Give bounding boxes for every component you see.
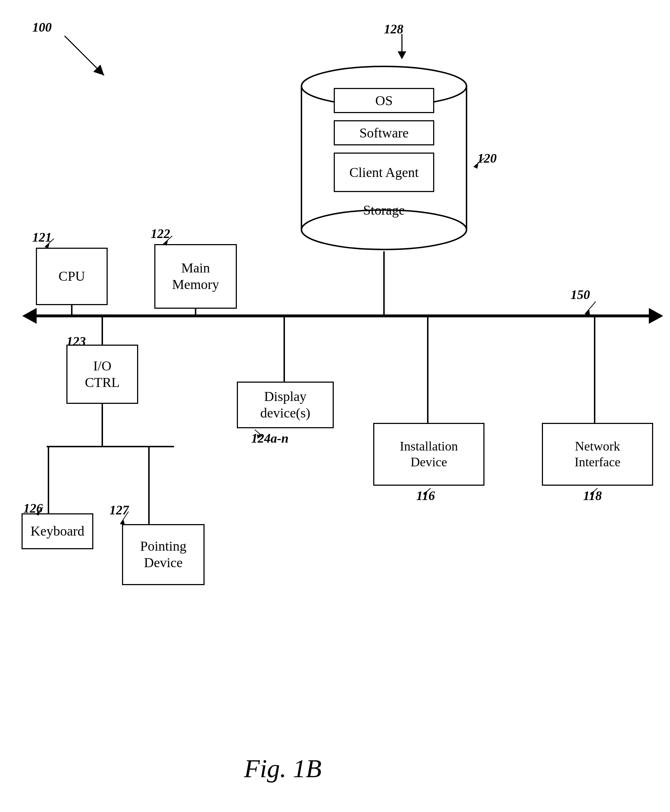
cpu-box: CPU bbox=[36, 247, 108, 305]
arrow-150 bbox=[581, 300, 603, 318]
arrow-118 bbox=[589, 487, 601, 497]
arrow-121 bbox=[43, 237, 58, 249]
svg-line-14 bbox=[163, 236, 172, 244]
svg-marker-23 bbox=[423, 491, 427, 495]
software-box: Software bbox=[334, 120, 434, 146]
bus-arrow-left bbox=[22, 308, 37, 324]
svg-line-24 bbox=[590, 488, 597, 494]
svg-line-16 bbox=[36, 507, 43, 514]
svg-line-12 bbox=[45, 239, 54, 247]
svg-line-8 bbox=[474, 158, 484, 167]
arrow-122 bbox=[161, 234, 176, 247]
os-box: OS bbox=[334, 88, 434, 113]
arrow-100-svg bbox=[58, 29, 115, 86]
arrow-120 bbox=[472, 156, 486, 171]
arrow-126 bbox=[34, 505, 47, 516]
bus-line bbox=[36, 314, 650, 317]
cpu-vline bbox=[71, 305, 73, 316]
pointing-device-box: Pointing Device bbox=[122, 524, 205, 585]
main-memory-vline bbox=[195, 309, 196, 317]
storage-cylinder: OS Software Client Agent Storage bbox=[298, 50, 470, 251]
io-ctrl-vline-down bbox=[102, 404, 103, 447]
main-memory-box: Main Memory bbox=[154, 244, 237, 309]
io-ctrl-box: I/O CTRL bbox=[66, 345, 138, 404]
keyboard-vline bbox=[48, 446, 49, 514]
bus-arrow-right bbox=[649, 308, 663, 324]
network-interface-box: Network Interface bbox=[542, 423, 653, 486]
io-ctrl-vline-up bbox=[102, 316, 103, 345]
storage-label: Storage bbox=[334, 199, 434, 221]
svg-marker-25 bbox=[590, 491, 594, 495]
pointing-device-vline bbox=[148, 446, 150, 525]
diagram: 100 128 OS Software bbox=[0, 0, 670, 812]
arrow-127 bbox=[118, 510, 131, 526]
fig-label: Fig. 1B bbox=[244, 754, 321, 784]
keyboard-box: Keyboard bbox=[22, 513, 93, 549]
svg-line-22 bbox=[423, 488, 431, 494]
storage-vline bbox=[383, 251, 385, 316]
display-vline bbox=[284, 316, 285, 382]
display-devices-box: Display device(s) bbox=[237, 381, 334, 428]
ref-123: 123 bbox=[66, 334, 86, 349]
client-agent-box: Client Agent bbox=[334, 153, 434, 192]
arrow-124an bbox=[251, 428, 266, 439]
svg-line-18 bbox=[120, 512, 129, 524]
arrow-116 bbox=[422, 487, 434, 497]
installation-vline bbox=[427, 316, 428, 424]
installation-device-box: Installation Device bbox=[373, 423, 484, 486]
io-ctrl-hline bbox=[47, 446, 174, 447]
ref-100: 100 bbox=[32, 20, 52, 35]
svg-line-10 bbox=[585, 302, 596, 314]
network-vline bbox=[594, 316, 596, 424]
cylinder-svg bbox=[298, 50, 470, 251]
